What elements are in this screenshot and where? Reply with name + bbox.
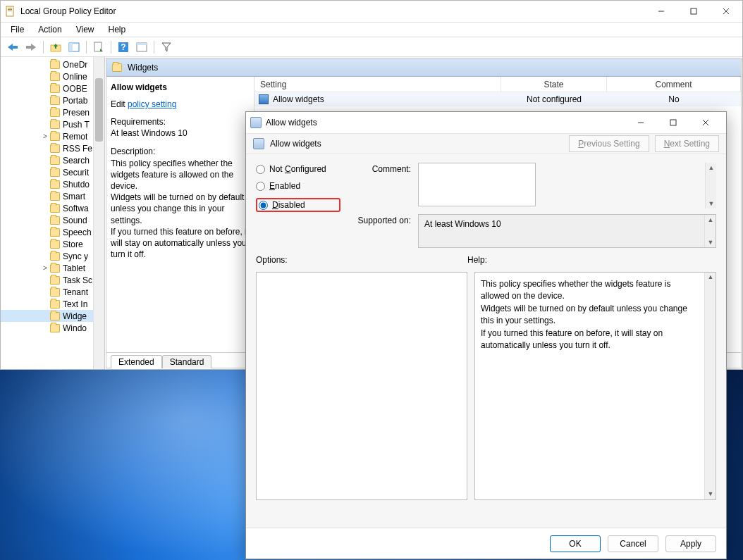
menu-view[interactable]: View [70,23,100,36]
dialog-minimize-button[interactable] [625,112,657,133]
folder-icon [50,73,60,81]
apply-button[interactable]: Apply [665,535,716,552]
tree-item[interactable]: Task Sc [1,274,104,286]
dialog-close-button[interactable] [689,112,722,133]
tree-item[interactable]: RSS Fe [1,142,104,154]
comment-textarea[interactable] [418,163,536,206]
menu-action[interactable]: Action [32,23,67,36]
folder-icon [50,324,60,332]
col-setting[interactable]: Setting [254,77,501,92]
up-folder-button[interactable] [48,39,63,55]
supported-scrollbar[interactable]: ▲▼ [704,215,716,247]
comment-label: Comment: [355,163,411,209]
tree-scrollbar[interactable] [93,57,104,369]
dialog-maximize-button[interactable] [657,112,689,133]
tree-item[interactable]: OOBE [1,82,104,94]
ok-button[interactable]: OK [550,535,601,552]
help-button[interactable]: ? [116,39,131,55]
tree-item[interactable]: Sync y [1,250,104,262]
tree-item[interactable]: >Remot [1,130,104,142]
setting-row[interactable]: Allow widgets Not configured No [254,92,741,106]
folder-icon [50,108,60,117]
tree-item-label: Windo [63,323,87,333]
tree-item-label: Text In [63,299,87,309]
tree-item[interactable]: Windo [1,322,104,334]
description-pane: Allow widgets Edit policy setting Requir… [106,77,254,352]
tree-item[interactable]: Softwa [1,202,104,214]
radio-disabled[interactable]: Disabled [259,200,305,210]
tree-item-label: Presen [63,108,90,118]
tree-item-label: Securit [63,168,89,178]
radio-not-configured[interactable]: Not Configured [256,164,340,174]
tree-item[interactable]: Online [1,70,104,82]
comment-scrollbar[interactable]: ▲▼ [705,163,716,209]
cancel-button[interactable]: Cancel [608,535,658,552]
next-setting-button[interactable]: Next Setting [655,135,719,152]
folder-icon [50,156,60,165]
tree-item[interactable]: Securit [1,166,104,178]
tree-item[interactable]: Speech [1,226,104,238]
previous-setting-button[interactable]: Previous Setting [569,135,649,152]
edit-prefix: Edit [111,99,128,109]
folder-icon [112,63,122,72]
tree-item-label: Task Sc [63,275,92,285]
tree-item-label: Store [63,239,83,249]
tab-extended[interactable]: Extended [111,355,162,368]
tree-item[interactable]: Shutdo [1,178,104,190]
tree-item-label: Tablet [63,263,85,273]
tree-item[interactable]: Widge [1,310,104,322]
tree-item-label: Search [63,156,90,166]
tree-item[interactable]: OneDr [1,58,104,70]
folder-icon [50,204,60,213]
help-scrollbar[interactable]: ▲▼ [704,273,716,499]
tab-standard[interactable]: Standard [162,355,212,368]
tree-pane[interactable]: OneDrOnlineOOBEPortabPresenPush T>RemotR… [1,57,105,369]
forward-button[interactable] [23,39,39,55]
svg-rect-17 [137,43,147,45]
description-text: This policy specifies whether the widget… [111,158,249,260]
tree-item[interactable]: >Tablet [1,262,104,274]
state-radios: Not Configured Enabled Disabled [256,163,340,248]
show-hide-tree-button[interactable] [66,39,82,55]
tree-item[interactable]: Tenant [1,286,104,298]
toolbar: ? [1,37,742,57]
chevron-right-icon[interactable]: > [42,132,49,140]
edit-policy-link[interactable]: policy setting [128,99,176,109]
tree-item[interactable]: Sound [1,214,104,226]
dialog-titlebar[interactable]: Allow widgets [246,112,726,133]
help-panel: This policy specifies whether the widget… [474,272,716,500]
col-comment[interactable]: Comment [607,77,741,92]
tree-item[interactable]: Store [1,238,104,250]
filter-button[interactable] [159,39,174,55]
folder-icon [50,120,60,129]
folder-icon [50,312,60,321]
dialog-title: Allow widgets [266,118,625,127]
row-state: Not configured [501,94,607,104]
tree-item[interactable]: Presen [1,106,104,118]
titlebar[interactable]: Local Group Policy Editor [1,1,742,22]
minimize-button[interactable] [645,1,677,22]
tree-item[interactable]: Smart [1,190,104,202]
folder-icon [50,192,60,201]
tree-item-label: Online [63,72,87,82]
export-list-button[interactable] [91,39,106,55]
close-button[interactable] [710,1,742,22]
properties-button[interactable] [134,39,149,55]
maximize-button[interactable] [677,1,710,22]
policy-icon [259,94,269,104]
svg-rect-19 [670,120,676,125]
tree-item[interactable]: Push T [1,118,104,130]
menu-help[interactable]: Help [103,23,132,36]
menu-file[interactable]: File [5,23,30,36]
radio-enabled[interactable]: Enabled [256,181,340,191]
tree-item[interactable]: Portab [1,94,104,106]
tree-item[interactable]: Search [1,154,104,166]
chevron-right-icon[interactable]: > [42,264,49,272]
options-label: Options: [256,255,467,265]
back-button[interactable] [5,39,20,55]
dialog-subheader: Allow widgets Previous Setting Next Sett… [246,133,726,154]
tree-item[interactable]: Text In [1,298,104,310]
policy-name: Allow widgets [111,82,250,92]
col-state[interactable]: State [501,77,607,92]
folder-icon [50,252,60,261]
